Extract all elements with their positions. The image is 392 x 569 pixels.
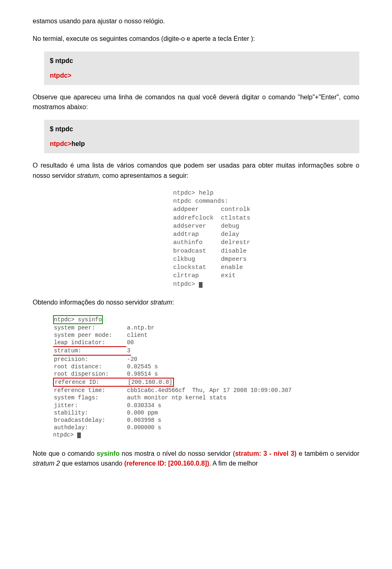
table-row: stratum:3 xyxy=(53,347,359,355)
terminal-help-output: ntpdc> help ntpdc commands: addpeer cont… xyxy=(172,188,359,289)
table-row: broadcastdelay:0.003998 s xyxy=(53,417,359,424)
sysinfo-header: ntpdc> sysinfo xyxy=(53,315,359,324)
row-label: reference ID: xyxy=(53,378,127,387)
code-line-dollar: $ ntpdc xyxy=(50,57,354,65)
row-label: jitter: xyxy=(53,402,126,409)
row-value: cbb1ca6c.4ed566cf Thu, Apr 17 2008 10:09… xyxy=(126,387,292,394)
table-row: authdelay:0.000000 s xyxy=(53,424,359,431)
row-value: [200.160.0.8] xyxy=(127,378,174,387)
footer-prompt: ntpdc> xyxy=(53,432,77,438)
final-stratum3: stratum: 3 - nível 3) xyxy=(235,450,296,457)
final-sysinfo: sysinfo xyxy=(97,450,120,457)
paragraph-obtain: Obtendo informações do nosso servidor st… xyxy=(33,298,359,308)
code-blank xyxy=(50,66,354,70)
row-label: leap indicator: xyxy=(53,339,126,347)
row-value: 0.98514 s xyxy=(126,370,159,378)
table-row: reference time:cbb1ca6c.4ed566cf Thu, Ap… xyxy=(53,387,359,394)
final-refid: (reference ID: [200.160.0.8]) xyxy=(124,460,209,467)
row-value: a.ntp.br xyxy=(126,324,155,332)
row-label: stratum: xyxy=(53,347,126,355)
row-label: root dispersion: xyxy=(53,370,126,378)
table-row: stability:0.000 ppm xyxy=(53,409,359,417)
table-row: precision:-20 xyxy=(53,356,359,363)
row-value: 0.003998 s xyxy=(126,417,162,424)
row-label: authdelay: xyxy=(53,424,126,431)
paragraph-result: O resultado é uma lista de vários comand… xyxy=(33,161,359,181)
row-label: precision: xyxy=(53,356,126,363)
help-text: help xyxy=(71,140,85,147)
row-label: broadcastdelay: xyxy=(53,417,126,424)
row-label: system flags: xyxy=(53,394,126,401)
row-value: 0.000000 s xyxy=(126,424,162,431)
table-row: system flags:auth monitor ntp kernel sta… xyxy=(53,394,359,401)
code-line-prompt: ntpdc> xyxy=(50,72,354,79)
code-block-1: $ ntpdc ntpdc> xyxy=(44,52,359,85)
row-value: 00 xyxy=(126,339,135,347)
row-value: 0.02545 s xyxy=(126,363,159,370)
row-value: auth monitor ntp kernel stats xyxy=(126,394,227,401)
row-value: 0.000 ppm xyxy=(126,409,159,417)
code-blank xyxy=(50,134,354,139)
row-label: system peer mode: xyxy=(53,332,126,339)
final-e: . A fim de melhor xyxy=(209,460,258,467)
row-label: root distance: xyxy=(53,363,126,370)
table-row: jitter:0.030334 s xyxy=(53,402,359,409)
paragraph-intro: estamos usando para ajustar o nosso reló… xyxy=(33,16,359,27)
table-row-highlighted: reference ID:[200.160.0.8] xyxy=(53,378,359,387)
paragraph-cmd1: No termial, execute os seguintes comando… xyxy=(33,34,359,44)
row-label: stability: xyxy=(53,409,126,417)
terminal-help-text: ntpdc> help ntpdc commands: addpeer cont… xyxy=(173,190,250,288)
obtain-c: : xyxy=(172,299,174,306)
obtain-a: Obtendo informações do nosso servidor xyxy=(33,299,150,306)
code-line-help: ntpdc>help xyxy=(50,140,354,148)
row-value: 0.030334 s xyxy=(126,402,162,409)
code-block-2: $ ntpdc ntpdc>help xyxy=(44,120,359,153)
row-value: 3 xyxy=(126,347,131,355)
obtain-b: stratum xyxy=(150,299,172,306)
sysinfo-footer: ntpdc> xyxy=(53,431,359,439)
prompt-text: ntpdc> xyxy=(50,140,71,147)
cursor-icon xyxy=(199,282,203,288)
final-a: Note que o comando xyxy=(33,450,97,457)
table-row: leap indicator:00 xyxy=(53,339,359,347)
final-stratum2: stratum 2 xyxy=(33,460,60,467)
row-value: -20 xyxy=(126,356,138,363)
table-row: root distance:0.02545 s xyxy=(53,363,359,370)
row-value: client xyxy=(126,332,148,339)
result-b: stratum, xyxy=(77,172,101,179)
final-d: que estamos usando xyxy=(60,460,124,467)
table-row: root dispersion:0.98514 s xyxy=(53,370,359,378)
table-row: system peer mode:client xyxy=(53,332,359,339)
cursor-icon xyxy=(77,432,81,438)
paragraph-cmd2: Observe que apareceu uma linha de comand… xyxy=(33,92,359,113)
row-label: system peer: xyxy=(53,324,126,332)
paragraph-final: Note que o comando sysinfo nos mostra o … xyxy=(33,449,359,469)
sysinfo-output: ntpdc> sysinfo system peer:a.ntp.br syst… xyxy=(53,315,359,439)
document-page: estamos usando para ajustar o nosso reló… xyxy=(0,0,392,493)
result-c: como apresentamos a seguir: xyxy=(100,172,188,179)
code-line-dollar2: $ ntpdc xyxy=(50,125,354,133)
row-label: reference time: xyxy=(53,387,126,394)
final-c: e também o servidor xyxy=(296,450,359,457)
sysinfo-cmd-box: ntpdc> sysinfo xyxy=(53,315,103,324)
final-b: nos mostra o nível do nosso servidor ( xyxy=(120,450,235,457)
table-row: system peer:a.ntp.br xyxy=(53,324,359,332)
